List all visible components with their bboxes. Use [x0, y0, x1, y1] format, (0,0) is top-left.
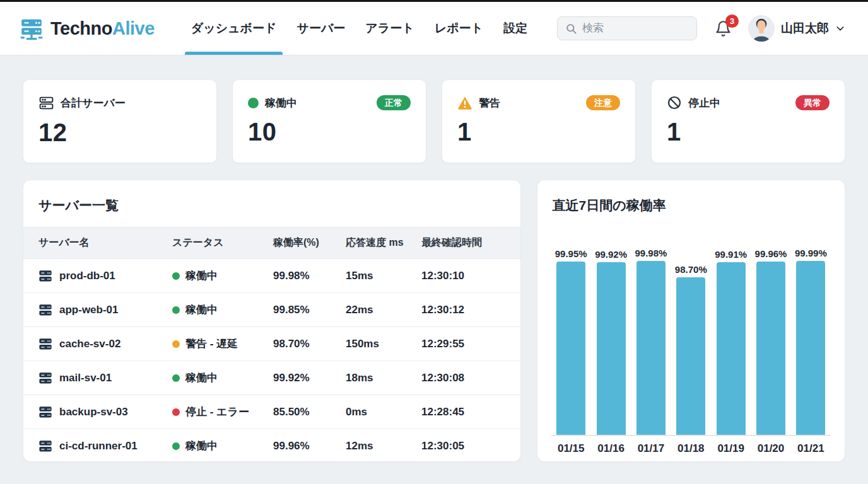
bar-column: 99.92%	[591, 249, 631, 435]
server-icon	[38, 95, 54, 111]
uptime-cell: 85.50%	[273, 395, 346, 429]
stat-value: 1	[457, 118, 620, 146]
status-dot-icon	[172, 340, 180, 348]
server-row[interactable]: ci-cd-runner-01稼働中99.96%12ms12:30:05	[23, 429, 520, 463]
response-cell: 12ms	[346, 429, 421, 463]
server-name: ci-cd-runner-01	[59, 440, 138, 452]
stat-value: 10	[248, 118, 411, 146]
column-header: 最終確認時間	[421, 228, 520, 259]
brand-name: TechnoAlive	[50, 18, 155, 39]
status-badge: 正常	[377, 95, 411, 110]
nav-item-alerts[interactable]: アラート	[355, 2, 424, 55]
server-icon	[38, 371, 52, 385]
chart-title: 直近7日間の稼働率	[537, 180, 845, 227]
x-axis-label: 01/17	[631, 436, 671, 455]
x-axis-label: 01/20	[751, 436, 790, 455]
bar-value-label: 98.70%	[675, 264, 707, 275]
bar	[717, 262, 746, 435]
bar-value-label: 99.95%	[555, 248, 587, 259]
server-name: mail-sv-01	[59, 372, 112, 384]
bar-column: 98.70%	[671, 264, 711, 435]
status-dot-icon	[172, 306, 180, 314]
brand-logo-server-icon	[19, 16, 44, 41]
status-badge: 異常	[795, 95, 830, 110]
uptime-chart-panel: 直近7日間の稼働率 99.95%99.92%99.98%98.70%99.91%…	[537, 180, 845, 462]
server-icon	[38, 337, 52, 351]
bar	[756, 262, 785, 435]
server-icon	[38, 439, 52, 453]
bar-value-label: 99.92%	[595, 249, 627, 260]
main-nav: ダッシュボードサーバーアラートレポート設定	[181, 2, 537, 55]
server-icon	[38, 303, 52, 317]
brand[interactable]: TechnoAlive	[19, 16, 155, 41]
column-header: 応答速度 ms	[346, 228, 421, 259]
search-icon	[565, 23, 577, 35]
server-row[interactable]: app-web-01稼働中99.85%22ms12:30:12	[23, 293, 520, 327]
nav-item-reports[interactable]: レポート	[425, 2, 493, 55]
nav-item-settings[interactable]: 設定	[493, 2, 537, 55]
status-text: 稼働中	[185, 302, 218, 317]
stat-label: 稼働中	[265, 96, 297, 110]
dashboard-main: 合計サーバー 12 稼働中 正常 10 警告	[0, 55, 868, 462]
status-text: 停止 - エラー	[185, 405, 249, 419]
server-row[interactable]: prod-db-01稼働中99.98%15ms12:30:10	[23, 259, 520, 293]
server-table: サーバー名ステータス稼働率(%)応答速度 ms最終確認時間 prod-db-01…	[23, 227, 520, 462]
prohibited-icon	[667, 95, 682, 110]
warning-triangle-icon	[457, 95, 472, 110]
bar-column: 99.95%	[551, 248, 591, 435]
uptime-cell: 99.85%	[273, 293, 346, 327]
avatar	[748, 15, 775, 42]
status-dot-icon	[172, 442, 180, 450]
nav-item-dashboard[interactable]: ダッシュボード	[181, 2, 287, 55]
stat-card-stopped: 停止中 異常 1	[651, 79, 845, 163]
last-checked-cell: 12:30:08	[421, 361, 520, 395]
last-checked-cell: 12:30:10	[421, 259, 520, 293]
server-name: app-web-01	[59, 304, 119, 316]
server-row[interactable]: backup-sv-03停止 - エラー85.50%0ms12:28:45	[23, 395, 520, 429]
stat-card-running: 稼働中 正常 10	[232, 79, 426, 163]
stat-card-total-servers: 合計サーバー 12	[23, 79, 217, 163]
x-axis-label: 01/16	[591, 436, 631, 455]
last-checked-cell: 12:28:45	[421, 395, 520, 429]
notifications-button[interactable]: 3	[715, 20, 732, 37]
status-text: 警告 - 遅延	[185, 337, 238, 351]
status-text: 稼働中	[185, 371, 218, 385]
server-row[interactable]: mail-sv-01稼働中99.92%18ms12:30:08	[23, 361, 520, 395]
bar-column: 99.91%	[711, 249, 751, 435]
last-checked-cell: 12:29:55	[421, 327, 520, 361]
stat-value: 12	[38, 118, 201, 147]
response-cell: 18ms	[346, 361, 421, 395]
bar-chart: 99.95%99.92%99.98%98.70%99.91%99.96%99.9…	[537, 227, 845, 455]
bar-column: 99.98%	[631, 248, 671, 435]
bar-value-label: 99.98%	[635, 248, 667, 258]
bar-value-label: 99.99%	[795, 248, 827, 258]
last-checked-cell: 12:30:05	[421, 429, 520, 463]
uptime-cell: 98.70%	[273, 327, 346, 361]
bar-value-label: 99.91%	[715, 249, 747, 260]
app-header: TechnoAlive ダッシュボードサーバーアラートレポート設定 3	[0, 2, 868, 55]
user-menu[interactable]: 山田太郎	[748, 15, 845, 42]
bar-column: 99.96%	[751, 248, 790, 435]
status-dot-icon	[172, 408, 180, 416]
column-header: 稼働率(%)	[273, 228, 346, 259]
nav-item-servers[interactable]: サーバー	[286, 2, 355, 55]
column-header: サーバー名	[23, 228, 172, 259]
server-list-title: サーバー一覧	[23, 180, 520, 227]
uptime-cell: 99.98%	[273, 259, 346, 293]
search-box[interactable]	[557, 16, 697, 40]
server-name: cache-sv-02	[59, 338, 120, 350]
server-name: backup-sv-03	[59, 406, 128, 418]
notification-count-badge: 3	[725, 14, 739, 28]
status-text: 稼働中	[185, 439, 218, 453]
stat-label: 合計サーバー	[61, 96, 126, 110]
search-input[interactable]	[582, 22, 689, 35]
last-checked-cell: 12:30:12	[421, 293, 520, 327]
bar	[676, 277, 705, 435]
bar	[597, 262, 626, 435]
bar	[636, 261, 666, 435]
bar	[556, 262, 585, 435]
server-row[interactable]: cache-sv-02警告 - 遅延98.70%150ms12:29:55	[23, 327, 520, 361]
response-cell: 150ms	[346, 327, 421, 361]
status-badge: 注意	[586, 95, 620, 110]
status-dot-icon	[172, 374, 180, 382]
